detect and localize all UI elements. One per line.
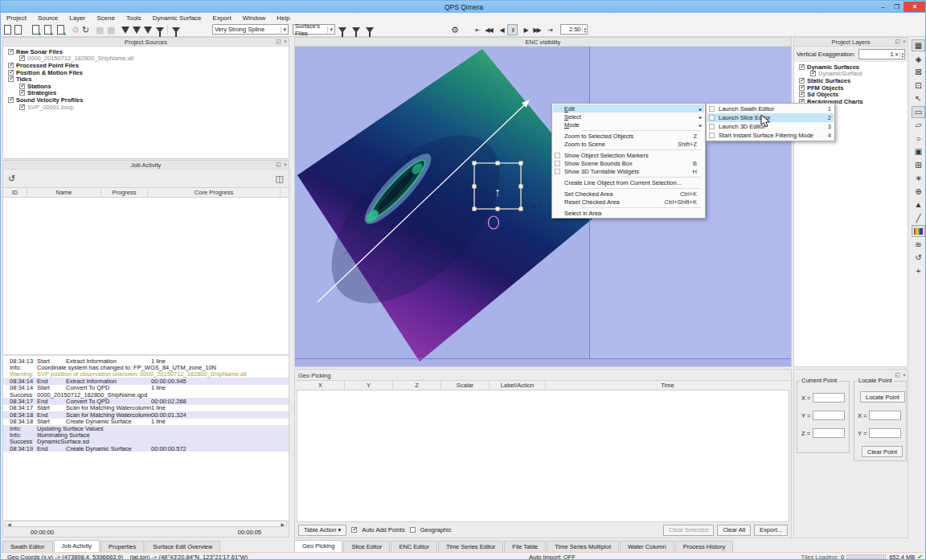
locate-x-field[interactable] (869, 411, 901, 420)
scene-3d-view[interactable]: ↑ of C (295, 47, 792, 367)
locate-y-field[interactable] (869, 428, 901, 438)
tree-item[interactable]: Tides (3, 76, 289, 83)
current-y-field[interactable] (813, 411, 845, 420)
menu-item[interactable]: Scene (91, 14, 121, 22)
current-z-field[interactable] (813, 428, 845, 438)
geographic-checkbox[interactable]: Geographic (410, 526, 452, 533)
reprocess-icon[interactable]: ↻ (82, 24, 89, 35)
column-header[interactable]: Core Progress (148, 188, 281, 197)
show-table-icon[interactable]: ◫ (276, 174, 284, 184)
save-project-icon[interactable] (14, 24, 22, 35)
menu-item[interactable]: Export (207, 14, 237, 22)
float-panel-icon[interactable]: ◱ (276, 161, 281, 168)
zoom-extents-icon[interactable]: ⊠ (912, 66, 925, 78)
swath-editor-icon[interactable] (121, 24, 129, 35)
column-header[interactable]: Z (393, 381, 441, 390)
tree-item[interactable]: Static Surfaces (794, 77, 908, 84)
item-checkbox[interactable] (19, 90, 25, 96)
checked-area-reset-icon[interactable] (352, 24, 360, 35)
step-back-button[interactable]: ◀ (496, 24, 506, 35)
item-checkbox[interactable] (19, 104, 25, 110)
checked-area-set-icon[interactable] (338, 24, 346, 35)
dock-tab[interactable]: Properties (100, 541, 144, 552)
context-menu-item[interactable]: Edit (553, 104, 704, 112)
item-checkbox[interactable] (8, 76, 14, 82)
item-checkbox[interactable] (799, 78, 805, 84)
context-menu-item[interactable]: Create Line Object from Current Selectio… (553, 178, 704, 186)
globe-icon[interactable]: ⊕ (912, 186, 925, 198)
menu-item[interactable]: Layer (64, 14, 91, 22)
maximize-button[interactable]: ❒ (890, 2, 903, 12)
item-checkbox[interactable] (8, 49, 14, 55)
transform-icon[interactable]: + (912, 265, 925, 277)
close-panel-icon[interactable]: × (903, 39, 906, 45)
tree-item[interactable]: SVP_00001.bsvp (3, 104, 289, 111)
colormap-icon[interactable] (912, 225, 925, 237)
float-panel-icon[interactable]: ◱ (276, 39, 281, 45)
auto-add-points-checkbox[interactable]: Auto Add Points (351, 526, 404, 533)
dock-tab[interactable]: ENC Editor (391, 541, 437, 552)
clear-selected-button[interactable]: Clear Selected (663, 525, 714, 536)
menu-item[interactable]: Dynamic Surface (147, 14, 207, 22)
close-panel-icon[interactable]: × (284, 161, 287, 168)
geo-picking-table-body[interactable] (297, 390, 789, 522)
skip-to-end-button[interactable]: ⇥ (544, 24, 555, 35)
context-menu-item[interactable]: Select (553, 112, 704, 121)
dock-tab[interactable]: Slice Editor (343, 541, 390, 552)
clear-all-button[interactable]: Clear All (717, 525, 751, 536)
job-log[interactable]: 08:34:13 Start Extract Information 1 lin… (3, 355, 289, 520)
grid-view-icon[interactable]: ▦ (912, 39, 925, 51)
refresh-jobs-icon[interactable]: ↺ (8, 174, 15, 184)
tree-item[interactable]: PFM Objects (794, 84, 908, 92)
column-header[interactable]: Name (27, 188, 101, 197)
submenu-item[interactable]: Launch Swath Editor 1 (707, 104, 834, 113)
close-button[interactable]: ✕ (903, 2, 926, 12)
tree-item[interactable]: Strategies (3, 90, 289, 97)
lasso-select-icon[interactable]: ○ (912, 133, 925, 145)
log-row[interactable]: 08:34:19 End Create Dynamic Surface 00:0… (3, 445, 289, 452)
item-checkbox[interactable] (8, 97, 14, 103)
rewind-button[interactable]: ◀◀ (483, 24, 494, 35)
select-cursor-icon[interactable]: ↖ (912, 92, 925, 104)
surface-tool-icon-2[interactable]: ▦ (107, 24, 115, 35)
column-header[interactable]: Time (546, 381, 789, 390)
column-header[interactable]: ID (3, 188, 27, 197)
column-header[interactable] (281, 188, 289, 197)
dock-tab[interactable]: Process History (675, 541, 734, 552)
rectangle-select-icon[interactable]: ▭ (912, 106, 925, 118)
context-menu-item[interactable]: Set Checked Area Ctrl+K (553, 190, 704, 198)
context-menu-item[interactable]: Mode (553, 121, 704, 129)
slider-right-icon[interactable]: ▶ (281, 521, 285, 527)
context-menu-item[interactable]: Reset Checked Area Ctrl+Shift+K (553, 198, 704, 206)
dock-tab[interactable]: Surface Edit Overview (145, 541, 220, 552)
surface-layers-icon[interactable]: ≋ (912, 239, 925, 251)
context-menu-item[interactable]: Zoom to Scene Shift+Z (553, 140, 704, 148)
playback-speed-spinner[interactable]: 2.50 ▴▾ (560, 24, 588, 35)
menu-item[interactable]: Window (237, 14, 271, 22)
image-overlay-icon[interactable]: ▣ (912, 145, 925, 157)
tree-item[interactable]: Sd Objects (794, 91, 908, 98)
clear-point-button[interactable]: Clear Point (862, 446, 903, 457)
tree-item[interactable]: Position & Motion Files (3, 69, 289, 76)
current-x-field[interactable] (813, 393, 845, 403)
column-header[interactable]: Y (345, 381, 393, 390)
layers-icon[interactable]: ◈ (912, 53, 925, 65)
rotate-view-icon[interactable]: ↺ (912, 251, 925, 264)
slice-editor-icon[interactable] (133, 24, 141, 35)
context-menu-item[interactable]: Zoom to Selected Objects Z (553, 132, 704, 140)
dock-tab[interactable]: File Table (504, 541, 546, 552)
context-menu-item[interactable]: Show 3D Turntable Widgets H (553, 167, 704, 175)
float-panel-icon[interactable]: ◱ (895, 372, 900, 378)
add-processed-files-icon[interactable] (44, 24, 51, 35)
menu-item[interactable]: Help (271, 14, 295, 22)
splat-edit-icon[interactable]: ∗ (912, 172, 925, 184)
dock-tab[interactable]: Swath Editor (2, 541, 53, 552)
dock-tab[interactable]: Water Column (620, 541, 674, 552)
select-in-area-icon[interactable] (366, 24, 374, 35)
tree-item[interactable]: 0000_20150712_182800_ShipName.all (3, 55, 289, 63)
column-header[interactable]: Progress (101, 188, 148, 197)
column-header[interactable]: Scalar (441, 381, 490, 390)
menu-item[interactable]: Tools (121, 14, 147, 22)
spline-filter-combo[interactable]: Very Strong Spline ▾ (212, 24, 289, 35)
dock-tab[interactable]: Job Activity (54, 540, 100, 552)
